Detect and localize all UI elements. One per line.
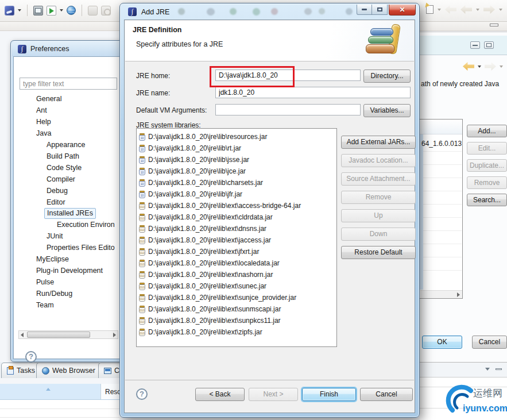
pref-tree-item-installed-jres[interactable]: Installed JREs <box>44 208 96 219</box>
up-button[interactable]: Up <box>341 209 416 222</box>
deploy-server-icon[interactable] <box>33 6 43 16</box>
library-list-item[interactable]: D:\java\jdk1.8.0_20\jre\lib\ext\sunec.ja… <box>139 280 336 292</box>
pref-tree-item-run-debug[interactable]: Run/Debug <box>36 288 72 299</box>
pref-back-icon[interactable] <box>463 62 474 71</box>
library-list-item[interactable]: D:\java\jdk1.8.0_20\jre\lib\ext\zipfs.ja… <box>139 326 336 338</box>
tasks-sorted-column-header[interactable] <box>0 384 101 399</box>
pref-tree-item-debug[interactable]: Debug <box>47 185 68 196</box>
back-icon[interactable] <box>460 5 472 14</box>
jre-table-header[interactable] <box>420 120 462 134</box>
sync-icon[interactable] <box>101 6 111 16</box>
tasks-table-header[interactable]: Reso <box>0 384 119 400</box>
wizard-dropdown-icon[interactable] <box>18 9 21 11</box>
pref-tree-item-pulse[interactable]: Pulse <box>36 276 54 288</box>
down-button[interactable]: Down <box>341 228 416 241</box>
library-list-item[interactable]: D:\java\jdk1.8.0_20\jre\lib\jsse.jar <box>139 154 336 165</box>
pref-tree-item-ant[interactable]: Ant <box>36 105 47 116</box>
wizard-cancel-button[interactable]: Cancel <box>360 388 413 401</box>
pref-tree-item-compiler[interactable]: Compiler <box>47 174 75 185</box>
jre-table-hscrollbar[interactable] <box>420 290 462 298</box>
library-list-item[interactable]: D:\java\jdk1.8.0_20\jre\lib\ext\access-b… <box>139 200 336 211</box>
view-maximize-icon[interactable] <box>484 41 494 49</box>
library-list-item[interactable]: D:\java\jdk1.8.0_20\jre\lib\ext\sunmscap… <box>139 303 336 315</box>
pref-tree-item-general[interactable]: General <box>36 93 61 105</box>
library-list-item[interactable]: D:\java\jdk1.8.0_20\jre\lib\ext\jfxrt.ja… <box>139 246 336 257</box>
jre-remove-button[interactable]: Remove <box>467 176 507 189</box>
scroll-left-icon[interactable] <box>21 333 24 337</box>
scroll-right-icon[interactable] <box>113 333 116 337</box>
pref-tree-item-execution-environ[interactable]: Execution Environ <box>57 219 115 230</box>
pref-tree-item-plug-in-development[interactable]: Plug-in Development <box>36 265 103 276</box>
wizard-next-button[interactable]: Next > <box>249 388 298 401</box>
myeclipse-wizard-icon[interactable] <box>5 6 14 16</box>
help-icon[interactable]: ? <box>136 388 148 400</box>
tab-tasks[interactable]: Tasks <box>1 363 41 378</box>
back-disabled-icon[interactable] <box>445 5 456 14</box>
run-server-icon[interactable] <box>47 6 56 16</box>
library-list-item[interactable]: D:\java\jdk1.8.0_20\jre\lib\jfr.jar <box>139 188 336 200</box>
pref-forward-icon[interactable] <box>485 62 496 71</box>
library-list-item[interactable]: D:\java\jdk1.8.0_20\jre\lib\rt.jar <box>139 142 336 154</box>
library-list-item[interactable]: D:\java\jdk1.8.0_20\jre\lib\ext\dnsns.ja… <box>139 223 336 234</box>
directory-button[interactable]: Directory... <box>363 70 411 83</box>
pref-tree-item-build-path[interactable]: Build Path <box>47 151 79 162</box>
pref-tree-item-code-style[interactable]: Code Style <box>47 162 82 174</box>
ok-button[interactable]: OK <box>422 336 462 349</box>
nav-dropdown-icon[interactable] <box>438 9 441 11</box>
wizard-back-button[interactable]: < Back <box>195 388 245 401</box>
scroll-right-icon[interactable] <box>457 292 460 297</box>
restore-default-button[interactable]: Restore Default <box>341 246 416 259</box>
filter-input[interactable] <box>20 78 117 90</box>
library-list-item[interactable]: D:\java\jdk1.8.0_20\jre\lib\jce.jar <box>139 165 336 177</box>
vm-arguments-input[interactable] <box>215 104 361 115</box>
cancel-button[interactable]: Cancel <box>472 336 507 349</box>
tab-web-browser[interactable]: Web Browser <box>36 363 101 378</box>
library-list-item[interactable]: D:\java\jdk1.8.0_20\jre\lib\resources.ja… <box>139 131 336 142</box>
add-external-jars-button[interactable]: Add External JARs... <box>341 136 416 149</box>
remove-button[interactable]: Remove <box>341 191 416 204</box>
view-minimize-icon[interactable] <box>470 41 480 49</box>
pref-tree-item-appearance[interactable]: Appearance <box>47 139 85 151</box>
wizard-finish-button[interactable]: Finish <box>302 388 356 401</box>
jre-table-row[interactable]: 64_1.6.0.013 <box>421 140 463 148</box>
library-list-item[interactable]: D:\java\jdk1.8.0_20\jre\lib\ext\sunjce_p… <box>139 292 336 303</box>
run-dropdown-icon[interactable] <box>60 9 63 11</box>
tree-hscrollbar[interactable] <box>18 330 118 339</box>
jre-search-button[interactable]: Search... <box>467 194 507 206</box>
variables-button[interactable]: Variables... <box>363 104 411 117</box>
jre-name-input[interactable] <box>215 87 411 98</box>
pref-forward-dropdown-icon[interactable] <box>500 65 503 68</box>
javadoc-location-button[interactable]: Javadoc Location... <box>341 154 416 167</box>
library-list-item[interactable]: D:\java\jdk1.8.0_20\jre\lib\ext\jaccess.… <box>139 234 336 246</box>
help-icon[interactable]: ? <box>25 351 37 363</box>
forward-dropdown-icon[interactable] <box>499 9 502 11</box>
pref-tree-item-myeclipse[interactable]: MyEclipse <box>36 253 69 265</box>
pref-tree-item-editor[interactable]: Editor <box>47 196 65 208</box>
view-minimize-icon[interactable] <box>496 368 502 370</box>
pref-tree-item-properties-files-edito[interactable]: Properties Files Edito <box>47 242 115 253</box>
library-list-item[interactable]: D:\java\jdk1.8.0_20\jre\lib\ext\localeda… <box>139 257 336 269</box>
library-list-item[interactable]: D:\java\jdk1.8.0_20\jre\lib\ext\cldrdata… <box>139 211 336 223</box>
last-edit-location-icon[interactable] <box>426 5 434 14</box>
pref-tree-item-java[interactable]: Java <box>36 128 51 139</box>
minimized-view-bar[interactable] <box>490 24 498 26</box>
scrollbar-thumb[interactable] <box>27 332 90 338</box>
minimize-icon[interactable] <box>357 5 372 15</box>
library-list-item[interactable]: D:\java\jdk1.8.0_20\jre\lib\ext\sunpkcs1… <box>139 315 336 326</box>
pref-tree-item-junit[interactable]: JUnit <box>47 230 63 242</box>
back-dropdown-icon[interactable] <box>476 9 479 11</box>
jre-edit-button[interactable]: Edit... <box>467 142 507 155</box>
jre-add-button[interactable]: Add... <box>467 125 507 137</box>
library-list-item[interactable]: D:\java\jdk1.8.0_20\jre\lib\ext\nashorn.… <box>139 269 336 280</box>
jre-duplicate-button[interactable]: Duplicate... <box>467 159 507 172</box>
tasks-column-header-label[interactable]: Reso <box>105 388 121 396</box>
web-browser-toolbar-icon[interactable] <box>67 6 76 15</box>
forward-icon[interactable] <box>483 5 495 14</box>
pref-tree-item-help[interactable]: Help <box>36 116 51 128</box>
view-menu-icon[interactable] <box>485 368 490 371</box>
source-attachment-button[interactable]: Source Attachment... <box>341 172 416 186</box>
pref-back-dropdown-icon[interactable] <box>478 65 481 68</box>
pref-tree-item-team[interactable]: Team <box>36 299 54 311</box>
jre-libraries-list[interactable]: D:\java\jdk1.8.0_20\jre\lib\resources.ja… <box>136 128 337 347</box>
publish-icon[interactable] <box>88 6 98 16</box>
